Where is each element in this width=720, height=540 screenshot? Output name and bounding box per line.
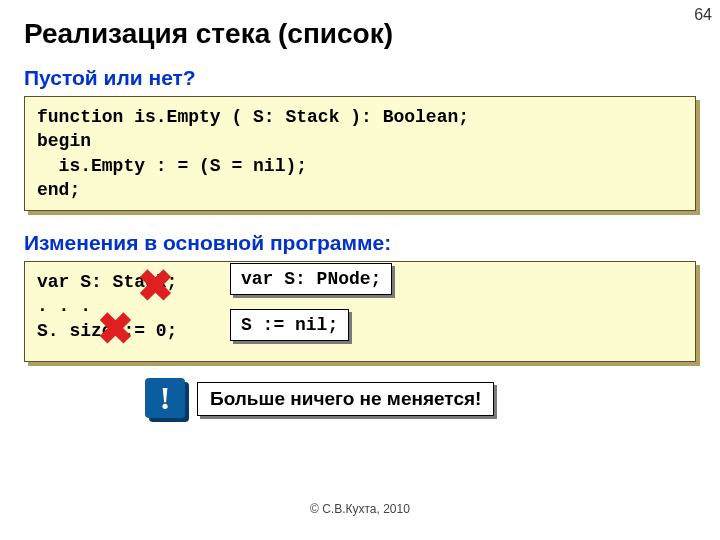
page-number: 64 bbox=[694, 6, 712, 24]
copyright: © С.В.Кухта, 2010 bbox=[0, 502, 720, 516]
code-block-main: var S: Stack; . . . S. size := 0; ✖ ✖ va… bbox=[24, 261, 696, 362]
section2-heading: Изменения в основной программе: bbox=[0, 223, 720, 261]
callout-text: Больше ничего не меняется! bbox=[197, 382, 494, 416]
callout: ! Больше ничего не меняется! bbox=[145, 378, 720, 434]
code-line: begin bbox=[37, 129, 683, 153]
code-snippet-nil: S := nil; bbox=[230, 309, 349, 341]
page-title: Реализация стека (список) bbox=[0, 0, 720, 58]
code-box: var S: Stack; . . . S. size := 0; ✖ ✖ va… bbox=[24, 261, 696, 362]
code-line: end; bbox=[37, 178, 683, 202]
code-line: function is.Empty ( S: Stack ): Boolean; bbox=[37, 105, 683, 129]
code-snippet-pnode: var S: PNode; bbox=[230, 263, 392, 295]
cross-icon: ✖ bbox=[97, 307, 134, 351]
cross-icon: ✖ bbox=[137, 264, 174, 308]
code-block-isempty: function is.Empty ( S: Stack ): Boolean;… bbox=[24, 96, 696, 211]
code-box: function is.Empty ( S: Stack ): Boolean;… bbox=[24, 96, 696, 211]
exclamation-icon: ! bbox=[145, 378, 185, 418]
code-line: is.Empty : = (S = nil); bbox=[37, 154, 683, 178]
section1-heading: Пустой или нет? bbox=[0, 58, 720, 96]
